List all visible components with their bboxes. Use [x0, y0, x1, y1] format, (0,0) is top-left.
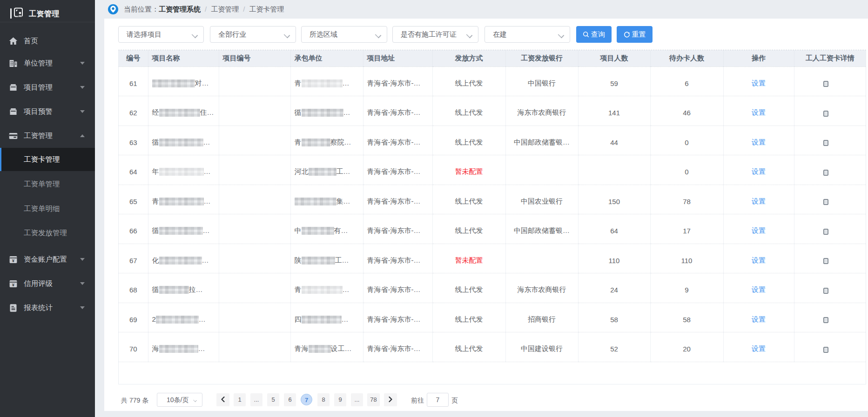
svg-text:¥: ¥: [12, 258, 14, 263]
svg-text:¥: ¥: [12, 283, 14, 287]
